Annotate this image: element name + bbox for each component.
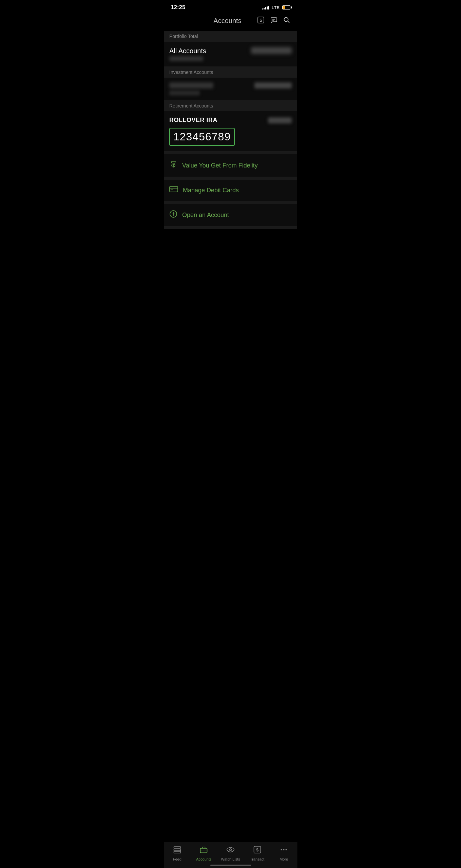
- account-number: 123456789: [173, 131, 231, 143]
- dollar-square-icon[interactable]: $: [257, 16, 265, 25]
- status-icons: LTE: [262, 5, 290, 10]
- gap-2: [164, 177, 297, 180]
- svg-line-5: [288, 21, 289, 23]
- investment-name-blur: [169, 82, 213, 88]
- svg-text:$: $: [260, 18, 262, 23]
- investment-account-row[interactable]: [164, 78, 297, 100]
- lte-label: LTE: [271, 5, 280, 10]
- header: Accounts $: [164, 14, 297, 31]
- retirement-accounts-label: Retirement Accounts: [164, 100, 297, 111]
- signal-bars-icon: [262, 5, 269, 9]
- header-icons: $: [257, 16, 290, 25]
- all-accounts-name: All Accounts: [169, 47, 206, 55]
- rollover-ira-name: ROLLOVER IRA: [169, 117, 217, 124]
- rollover-value-blur: [268, 117, 292, 123]
- chat-icon[interactable]: [270, 16, 277, 25]
- svg-rect-8: [170, 186, 178, 192]
- status-time: 12:25: [171, 4, 185, 11]
- all-accounts-row[interactable]: All Accounts: [164, 42, 297, 67]
- all-accounts-value-blur: [251, 47, 292, 54]
- investment-accounts-label: Investment Accounts: [164, 67, 297, 78]
- investment-sub-blur: [169, 91, 200, 95]
- value-fidelity-row[interactable]: Value You Get From Fidelity: [164, 154, 297, 177]
- gap-4: [164, 226, 297, 229]
- open-account-label: Open an Account: [182, 212, 229, 219]
- search-icon[interactable]: [283, 16, 290, 25]
- value-fidelity-label: Value You Get From Fidelity: [182, 162, 258, 169]
- manage-debit-label: Manage Debit Cards: [183, 187, 239, 194]
- status-bar: 12:25 LTE: [164, 0, 297, 14]
- open-account-row[interactable]: Open an Account: [164, 204, 297, 226]
- plus-circle-icon: [169, 210, 177, 220]
- investment-value-blur: [254, 82, 292, 88]
- gap-1: [164, 152, 297, 154]
- all-accounts-sub-blur: [169, 56, 203, 61]
- medal-icon: [169, 160, 177, 171]
- battery-icon: [282, 5, 290, 9]
- svg-point-4: [284, 18, 288, 22]
- page-title: Accounts: [198, 17, 257, 25]
- card-icon: [169, 186, 178, 195]
- rollover-ira-row[interactable]: ROLLOVER IRA 123456789: [164, 111, 297, 152]
- portfolio-total-label: Portfolio Total: [164, 31, 297, 42]
- account-number-highlight-box: 123456789: [169, 128, 235, 146]
- manage-debit-row[interactable]: Manage Debit Cards: [164, 180, 297, 201]
- gap-3: [164, 201, 297, 204]
